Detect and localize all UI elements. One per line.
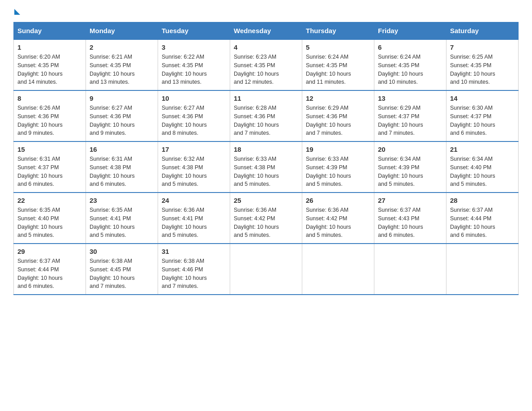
day-info: Sunrise: 6:29 AMSunset: 4:36 PMDaylight:… [306, 105, 351, 136]
calendar-cell [374, 244, 446, 295]
calendar-header-tuesday: Tuesday [158, 22, 230, 40]
calendar-cell: 5 Sunrise: 6:24 AMSunset: 4:35 PMDayligh… [302, 39, 374, 90]
day-number: 17 [162, 146, 226, 153]
day-info: Sunrise: 6:28 AMSunset: 4:36 PMDaylight:… [234, 105, 279, 136]
calendar-cell: 30 Sunrise: 6:38 AMSunset: 4:45 PMDaylig… [86, 244, 158, 295]
day-info: Sunrise: 6:37 AMSunset: 4:44 PMDaylight:… [450, 207, 495, 238]
day-number: 22 [17, 197, 82, 204]
calendar-cell: 9 Sunrise: 6:27 AMSunset: 4:36 PMDayligh… [86, 90, 158, 141]
calendar-cell: 16 Sunrise: 6:31 AMSunset: 4:38 PMDaylig… [86, 141, 158, 193]
calendar-cell: 26 Sunrise: 6:36 AMSunset: 4:42 PMDaylig… [302, 193, 374, 244]
calendar-cell: 25 Sunrise: 6:36 AMSunset: 4:42 PMDaylig… [230, 193, 302, 244]
day-info: Sunrise: 6:37 AMSunset: 4:43 PMDaylight:… [378, 207, 423, 238]
day-info: Sunrise: 6:34 AMSunset: 4:39 PMDaylight:… [378, 156, 423, 187]
day-info: Sunrise: 6:36 AMSunset: 4:42 PMDaylight:… [306, 207, 351, 238]
day-number: 19 [306, 146, 370, 153]
day-number: 27 [378, 197, 442, 204]
calendar-cell: 24 Sunrise: 6:36 AMSunset: 4:41 PMDaylig… [158, 193, 230, 244]
calendar-cell: 27 Sunrise: 6:37 AMSunset: 4:43 PMDaylig… [374, 193, 446, 244]
day-number: 1 [17, 43, 82, 51]
day-number: 29 [17, 248, 82, 255]
calendar-cell [230, 244, 302, 295]
calendar-cell: 18 Sunrise: 6:33 AMSunset: 4:38 PMDaylig… [230, 141, 302, 193]
calendar-header-monday: Monday [86, 22, 158, 40]
day-info: Sunrise: 6:32 AMSunset: 4:38 PMDaylight:… [162, 156, 207, 187]
calendar-cell: 12 Sunrise: 6:29 AMSunset: 4:36 PMDaylig… [302, 90, 374, 141]
day-info: Sunrise: 6:37 AMSunset: 4:44 PMDaylight:… [17, 258, 63, 289]
calendar-header-thursday: Thursday [302, 22, 374, 40]
day-number: 11 [234, 94, 298, 102]
day-number: 6 [378, 43, 442, 51]
day-info: Sunrise: 6:35 AMSunset: 4:40 PMDaylight:… [17, 207, 63, 238]
day-number: 16 [90, 146, 154, 153]
calendar-cell: 6 Sunrise: 6:24 AMSunset: 4:35 PMDayligh… [374, 39, 446, 90]
day-info: Sunrise: 6:21 AMSunset: 4:35 PMDaylight:… [90, 54, 135, 85]
page-header [13, 9, 519, 15]
logo-triangle-icon [14, 9, 20, 15]
calendar-cell: 2 Sunrise: 6:21 AMSunset: 4:35 PMDayligh… [86, 39, 158, 90]
day-info: Sunrise: 6:24 AMSunset: 4:35 PMDaylight:… [378, 54, 423, 85]
calendar-table: SundayMondayTuesdayWednesdayThursdayFrid… [13, 22, 519, 295]
calendar-cell: 4 Sunrise: 6:23 AMSunset: 4:35 PMDayligh… [230, 39, 302, 90]
day-info: Sunrise: 6:24 AMSunset: 4:35 PMDaylight:… [306, 54, 351, 85]
day-info: Sunrise: 6:27 AMSunset: 4:36 PMDaylight:… [90, 105, 135, 136]
calendar-week-row: 22 Sunrise: 6:35 AMSunset: 4:40 PMDaylig… [14, 193, 519, 244]
calendar-cell: 1 Sunrise: 6:20 AMSunset: 4:35 PMDayligh… [14, 39, 86, 90]
calendar-cell: 19 Sunrise: 6:33 AMSunset: 4:39 PMDaylig… [302, 141, 374, 193]
day-info: Sunrise: 6:27 AMSunset: 4:36 PMDaylight:… [162, 105, 207, 136]
calendar-cell: 14 Sunrise: 6:30 AMSunset: 4:37 PMDaylig… [446, 90, 519, 141]
calendar-week-row: 1 Sunrise: 6:20 AMSunset: 4:35 PMDayligh… [14, 39, 519, 90]
calendar-header-saturday: Saturday [446, 22, 519, 40]
day-info: Sunrise: 6:35 AMSunset: 4:41 PMDaylight:… [90, 207, 135, 238]
calendar-week-row: 29 Sunrise: 6:37 AMSunset: 4:44 PMDaylig… [14, 244, 519, 295]
day-info: Sunrise: 6:36 AMSunset: 4:41 PMDaylight:… [162, 207, 207, 238]
calendar-header-row: SundayMondayTuesdayWednesdayThursdayFrid… [14, 22, 519, 40]
day-info: Sunrise: 6:38 AMSunset: 4:45 PMDaylight:… [90, 258, 135, 289]
day-number: 23 [90, 197, 154, 204]
day-number: 30 [90, 248, 154, 255]
calendar-header-wednesday: Wednesday [230, 22, 302, 40]
calendar-cell: 8 Sunrise: 6:26 AMSunset: 4:36 PMDayligh… [14, 90, 86, 141]
day-number: 3 [162, 43, 226, 51]
calendar-cell: 21 Sunrise: 6:34 AMSunset: 4:40 PMDaylig… [446, 141, 519, 193]
day-number: 7 [450, 43, 515, 51]
day-info: Sunrise: 6:38 AMSunset: 4:46 PMDaylight:… [162, 258, 207, 289]
day-info: Sunrise: 6:33 AMSunset: 4:38 PMDaylight:… [234, 156, 279, 187]
calendar-week-row: 8 Sunrise: 6:26 AMSunset: 4:36 PMDayligh… [14, 90, 519, 141]
calendar-cell: 29 Sunrise: 6:37 AMSunset: 4:44 PMDaylig… [14, 244, 86, 295]
calendar-cell: 15 Sunrise: 6:31 AMSunset: 4:37 PMDaylig… [14, 141, 86, 193]
calendar-cell: 23 Sunrise: 6:35 AMSunset: 4:41 PMDaylig… [86, 193, 158, 244]
day-number: 18 [234, 146, 298, 153]
day-number: 20 [378, 146, 442, 153]
day-number: 15 [17, 146, 82, 153]
day-number: 5 [306, 43, 370, 51]
day-info: Sunrise: 6:22 AMSunset: 4:35 PMDaylight:… [162, 54, 207, 85]
day-info: Sunrise: 6:36 AMSunset: 4:42 PMDaylight:… [234, 207, 279, 238]
calendar-cell: 3 Sunrise: 6:22 AMSunset: 4:35 PMDayligh… [158, 39, 230, 90]
day-number: 9 [90, 94, 154, 102]
calendar-cell: 13 Sunrise: 6:29 AMSunset: 4:37 PMDaylig… [374, 90, 446, 141]
day-number: 8 [17, 94, 82, 102]
calendar-cell: 22 Sunrise: 6:35 AMSunset: 4:40 PMDaylig… [14, 193, 86, 244]
day-info: Sunrise: 6:30 AMSunset: 4:37 PMDaylight:… [450, 105, 495, 136]
calendar-cell: 10 Sunrise: 6:27 AMSunset: 4:36 PMDaylig… [158, 90, 230, 141]
calendar-cell [446, 244, 519, 295]
day-number: 12 [306, 94, 370, 102]
day-number: 24 [162, 197, 226, 204]
day-info: Sunrise: 6:31 AMSunset: 4:37 PMDaylight:… [17, 156, 63, 187]
day-number: 31 [162, 248, 226, 255]
calendar-cell: 11 Sunrise: 6:28 AMSunset: 4:36 PMDaylig… [230, 90, 302, 141]
calendar-header-friday: Friday [374, 22, 446, 40]
day-number: 10 [162, 94, 226, 102]
day-info: Sunrise: 6:23 AMSunset: 4:35 PMDaylight:… [234, 54, 279, 85]
day-info: Sunrise: 6:26 AMSunset: 4:36 PMDaylight:… [17, 105, 63, 136]
calendar-cell: 17 Sunrise: 6:32 AMSunset: 4:38 PMDaylig… [158, 141, 230, 193]
calendar-week-row: 15 Sunrise: 6:31 AMSunset: 4:37 PMDaylig… [14, 141, 519, 193]
calendar-cell: 7 Sunrise: 6:25 AMSunset: 4:35 PMDayligh… [446, 39, 519, 90]
day-number: 25 [234, 197, 298, 204]
calendar-cell: 28 Sunrise: 6:37 AMSunset: 4:44 PMDaylig… [446, 193, 519, 244]
day-info: Sunrise: 6:31 AMSunset: 4:38 PMDaylight:… [90, 156, 135, 187]
day-number: 14 [450, 94, 515, 102]
day-info: Sunrise: 6:20 AMSunset: 4:35 PMDaylight:… [17, 54, 63, 85]
logo [13, 9, 20, 15]
